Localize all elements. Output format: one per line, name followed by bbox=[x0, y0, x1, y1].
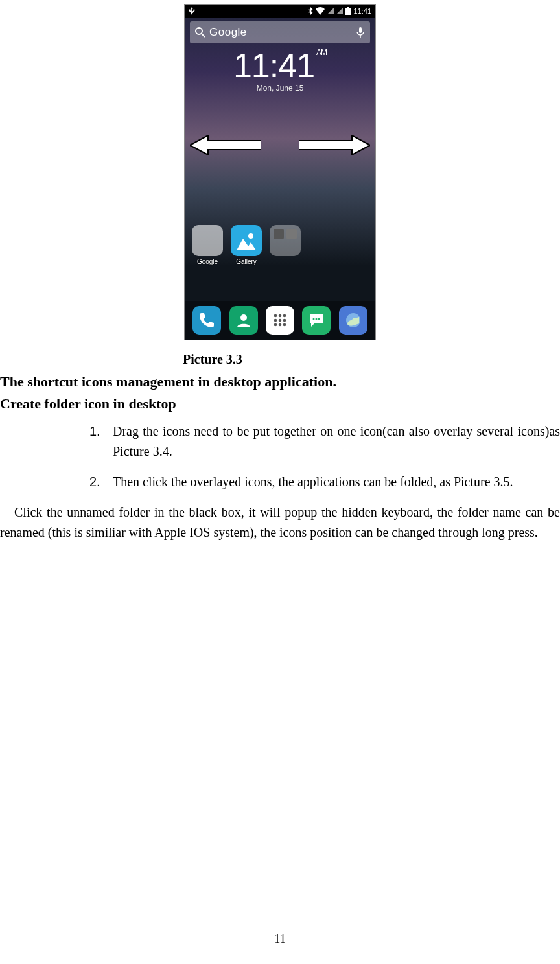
app-google-folder[interactable]: Google bbox=[190, 225, 225, 265]
google-search-bar[interactable]: Google bbox=[190, 21, 370, 43]
battery-icon bbox=[345, 7, 351, 15]
svg-line-3 bbox=[202, 34, 205, 37]
svg-point-10 bbox=[274, 314, 277, 318]
body-paragraph: Click the unnamed folder in the black bo… bbox=[0, 502, 560, 543]
step-text: Then click the overlayed icons, the appl… bbox=[113, 475, 513, 489]
svg-point-16 bbox=[274, 323, 277, 327]
android-home-screenshot: 11:41 Google 11:41AM Mon, June 15 bbox=[184, 4, 376, 340]
svg-point-11 bbox=[279, 314, 282, 318]
swipe-arrows-overlay bbox=[185, 135, 375, 155]
heading-major: The shortcut icons management in desktop… bbox=[0, 373, 560, 390]
mic-icon[interactable] bbox=[356, 27, 365, 38]
arrow-right-icon bbox=[299, 135, 370, 155]
dock-app-drawer[interactable] bbox=[266, 306, 294, 335]
apps-grid-icon bbox=[272, 312, 288, 329]
app-label: Gallery bbox=[229, 258, 264, 265]
svg-point-13 bbox=[274, 319, 277, 322]
svg-point-9 bbox=[240, 314, 247, 321]
svg-point-21 bbox=[318, 318, 320, 320]
steps-list: 1.Drag the icons need to be put together… bbox=[89, 421, 560, 492]
wifi-icon bbox=[316, 7, 325, 15]
svg-point-18 bbox=[283, 323, 286, 327]
status-bar: 11:41 bbox=[185, 5, 375, 18]
svg-point-20 bbox=[316, 318, 318, 320]
heading-minor: Create folder icon in desktop bbox=[0, 395, 560, 412]
dock bbox=[185, 301, 375, 340]
app-gallery[interactable]: Gallery bbox=[229, 225, 264, 265]
dock-messages[interactable] bbox=[302, 306, 331, 335]
svg-point-2 bbox=[196, 28, 202, 34]
phone-icon bbox=[198, 312, 215, 329]
list-item: 1.Drag the icons need to be put together… bbox=[89, 421, 560, 462]
usb-icon bbox=[189, 7, 195, 15]
svg-point-17 bbox=[279, 323, 282, 327]
app-folder[interactable] bbox=[268, 225, 303, 265]
signal-icon-2 bbox=[336, 8, 343, 14]
signal-icon bbox=[327, 8, 334, 14]
figure-caption: Picture 3.3 bbox=[183, 352, 560, 367]
svg-point-15 bbox=[283, 319, 286, 322]
svg-point-12 bbox=[283, 314, 286, 318]
app-label: Google bbox=[190, 258, 225, 265]
clock-ampm: AM bbox=[316, 48, 327, 57]
clock-time: 11:41 bbox=[233, 47, 314, 84]
svg-point-19 bbox=[313, 318, 315, 320]
clock-widget[interactable]: 11:41AM Mon, June 15 bbox=[185, 49, 375, 93]
dock-browser[interactable] bbox=[339, 306, 368, 335]
svg-point-14 bbox=[279, 319, 282, 322]
dock-contacts[interactable] bbox=[229, 306, 258, 335]
search-icon bbox=[195, 27, 205, 38]
home-app-row: Google Gallery bbox=[190, 225, 370, 265]
svg-rect-0 bbox=[345, 8, 351, 15]
arrow-left-icon bbox=[190, 135, 261, 155]
svg-rect-4 bbox=[359, 27, 362, 33]
page-number: 11 bbox=[0, 932, 560, 946]
svg-marker-7 bbox=[299, 135, 370, 155]
svg-marker-6 bbox=[190, 135, 261, 155]
status-time: 11:41 bbox=[353, 7, 371, 15]
step-text: Drag the icons need to be put together o… bbox=[113, 424, 560, 458]
globe-icon bbox=[345, 312, 362, 329]
gallery-icon bbox=[231, 225, 262, 256]
bluetooth-icon bbox=[308, 7, 313, 15]
search-label: Google bbox=[209, 26, 356, 39]
chat-icon bbox=[308, 312, 325, 329]
clock-date: Mon, June 15 bbox=[185, 84, 375, 93]
dock-phone[interactable] bbox=[192, 306, 221, 335]
list-item: 2.Then click the overlayed icons, the ap… bbox=[89, 472, 560, 492]
svg-point-8 bbox=[248, 233, 253, 239]
contact-icon bbox=[235, 312, 252, 329]
svg-rect-1 bbox=[347, 7, 349, 8]
